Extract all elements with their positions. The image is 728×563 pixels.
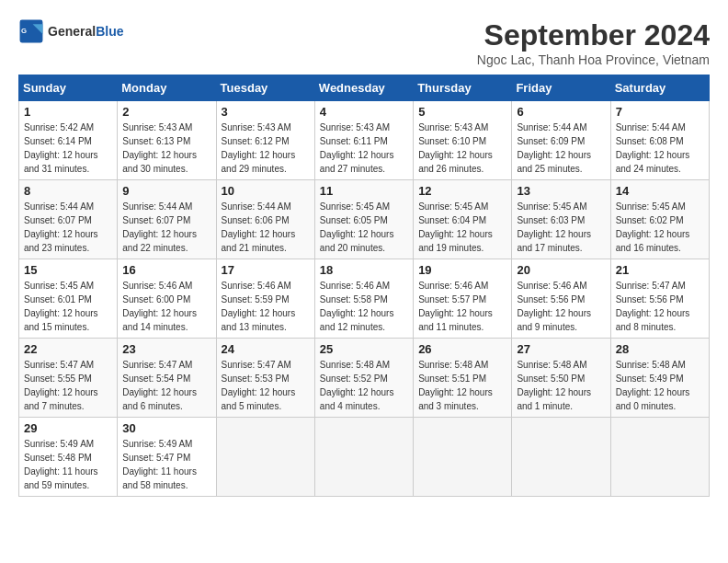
- empty-cell: [512, 418, 610, 497]
- day-cell-14: 14Sunrise: 5:45 AMSunset: 6:02 PMDayligh…: [610, 180, 709, 259]
- day-cell-22: 22Sunrise: 5:47 AMSunset: 5:55 PMDayligh…: [19, 339, 118, 418]
- day-number: 22: [24, 342, 112, 356]
- day-info: Sunrise: 5:44 AMSunset: 6:09 PMDaylight:…: [517, 121, 605, 176]
- weekday-header-thursday: Thursday: [414, 75, 512, 101]
- day-info: Sunrise: 5:44 AMSunset: 6:06 PMDaylight:…: [222, 200, 310, 255]
- day-info: Sunrise: 5:46 AMSunset: 6:00 PMDaylight:…: [122, 279, 210, 334]
- day-info: Sunrise: 5:47 AMSunset: 5:54 PMDaylight:…: [122, 358, 210, 413]
- day-number: 1: [24, 105, 112, 119]
- day-cell-25: 25Sunrise: 5:48 AMSunset: 5:52 PMDayligh…: [314, 339, 413, 418]
- empty-cell: [216, 418, 314, 497]
- day-number: 6: [517, 105, 605, 119]
- weekday-header-sunday: Sunday: [19, 75, 118, 101]
- day-cell-19: 19Sunrise: 5:46 AMSunset: 5:57 PMDayligh…: [414, 259, 512, 339]
- day-info: Sunrise: 5:45 AMSunset: 6:02 PMDaylight:…: [616, 200, 704, 255]
- day-number: 3: [222, 105, 310, 119]
- day-number: 29: [24, 421, 112, 435]
- day-number: 14: [616, 184, 704, 198]
- day-cell-26: 26Sunrise: 5:48 AMSunset: 5:51 PMDayligh…: [414, 339, 512, 418]
- day-cell-11: 11Sunrise: 5:45 AMSunset: 6:05 PMDayligh…: [314, 180, 413, 259]
- day-info: Sunrise: 5:42 AMSunset: 6:14 PMDaylight:…: [24, 121, 112, 176]
- day-number: 19: [418, 263, 506, 277]
- week-row-2: 1Sunrise: 5:42 AMSunset: 6:14 PMDaylight…: [19, 101, 710, 180]
- day-number: 13: [517, 184, 605, 198]
- weekday-header-row: SundayMondayTuesdayWednesdayThursdayFrid…: [19, 75, 710, 101]
- day-info: Sunrise: 5:43 AMSunset: 6:11 PMDaylight:…: [320, 121, 408, 176]
- weekday-header-wednesday: Wednesday: [314, 75, 413, 101]
- day-cell-18: 18Sunrise: 5:46 AMSunset: 5:58 PMDayligh…: [314, 259, 413, 339]
- weekday-header-friday: Friday: [512, 75, 610, 101]
- empty-cell: [414, 418, 512, 497]
- day-info: Sunrise: 5:43 AMSunset: 6:13 PMDaylight:…: [122, 121, 210, 176]
- day-number: 18: [320, 263, 408, 277]
- day-number: 7: [616, 105, 704, 119]
- day-cell-24: 24Sunrise: 5:47 AMSunset: 5:53 PMDayligh…: [216, 339, 314, 418]
- week-row-4: 15Sunrise: 5:45 AMSunset: 6:01 PMDayligh…: [19, 259, 710, 339]
- day-info: Sunrise: 5:49 AMSunset: 5:48 PMDaylight:…: [24, 437, 112, 492]
- day-info: Sunrise: 5:44 AMSunset: 6:08 PMDaylight:…: [616, 121, 704, 176]
- day-number: 17: [222, 263, 310, 277]
- day-cell-9: 9Sunrise: 5:44 AMSunset: 6:07 PMDaylight…: [118, 180, 216, 259]
- day-info: Sunrise: 5:43 AMSunset: 6:10 PMDaylight:…: [418, 121, 506, 176]
- day-info: Sunrise: 5:46 AMSunset: 5:56 PMDaylight:…: [517, 279, 605, 334]
- logo-general: GeneralBlue: [48, 23, 123, 40]
- day-number: 16: [122, 263, 210, 277]
- empty-cell: [314, 418, 413, 497]
- day-info: Sunrise: 5:48 AMSunset: 5:49 PMDaylight:…: [616, 358, 704, 413]
- day-number: 9: [122, 184, 210, 198]
- week-row-3: 8Sunrise: 5:44 AMSunset: 6:07 PMDaylight…: [19, 180, 710, 259]
- day-cell-10: 10Sunrise: 5:44 AMSunset: 6:06 PMDayligh…: [216, 180, 314, 259]
- day-cell-30: 30Sunrise: 5:49 AMSunset: 5:47 PMDayligh…: [118, 418, 216, 497]
- day-number: 30: [122, 421, 210, 435]
- day-cell-2: 2Sunrise: 5:43 AMSunset: 6:13 PMDaylight…: [118, 101, 216, 180]
- day-number: 25: [320, 342, 408, 356]
- day-number: 10: [222, 184, 310, 198]
- day-info: Sunrise: 5:45 AMSunset: 6:04 PMDaylight:…: [418, 200, 506, 255]
- day-info: Sunrise: 5:46 AMSunset: 5:57 PMDaylight:…: [418, 279, 506, 334]
- day-cell-13: 13Sunrise: 5:45 AMSunset: 6:03 PMDayligh…: [512, 180, 610, 259]
- day-number: 15: [24, 263, 112, 277]
- day-number: 20: [517, 263, 605, 277]
- day-number: 23: [122, 342, 210, 356]
- day-info: Sunrise: 5:44 AMSunset: 6:07 PMDaylight:…: [122, 200, 210, 255]
- empty-cell: [610, 418, 709, 497]
- day-info: Sunrise: 5:43 AMSunset: 6:12 PMDaylight:…: [222, 121, 310, 176]
- day-number: 4: [320, 105, 408, 119]
- page-header: G GeneralBlue September 2024 Ngoc Lac, T…: [18, 18, 710, 67]
- day-number: 24: [222, 342, 310, 356]
- location-subtitle: Ngoc Lac, Thanh Hoa Province, Vietnam: [477, 52, 710, 67]
- day-info: Sunrise: 5:46 AMSunset: 5:58 PMDaylight:…: [320, 279, 408, 334]
- day-cell-8: 8Sunrise: 5:44 AMSunset: 6:07 PMDaylight…: [19, 180, 118, 259]
- week-row-5: 22Sunrise: 5:47 AMSunset: 5:55 PMDayligh…: [19, 339, 710, 418]
- day-cell-20: 20Sunrise: 5:46 AMSunset: 5:56 PMDayligh…: [512, 259, 610, 339]
- day-cell-23: 23Sunrise: 5:47 AMSunset: 5:54 PMDayligh…: [118, 339, 216, 418]
- day-number: 11: [320, 184, 408, 198]
- day-number: 28: [616, 342, 704, 356]
- day-number: 5: [418, 105, 506, 119]
- day-cell-4: 4Sunrise: 5:43 AMSunset: 6:11 PMDaylight…: [314, 101, 413, 180]
- day-cell-28: 28Sunrise: 5:48 AMSunset: 5:49 PMDayligh…: [610, 339, 709, 418]
- weekday-header-saturday: Saturday: [610, 75, 709, 101]
- day-number: 21: [616, 263, 704, 277]
- day-info: Sunrise: 5:44 AMSunset: 6:07 PMDaylight:…: [24, 200, 112, 255]
- day-info: Sunrise: 5:46 AMSunset: 5:59 PMDaylight:…: [222, 279, 310, 334]
- day-number: 26: [418, 342, 506, 356]
- month-title: September 2024: [477, 18, 710, 52]
- day-info: Sunrise: 5:45 AMSunset: 6:01 PMDaylight:…: [24, 279, 112, 334]
- title-block: September 2024 Ngoc Lac, Thanh Hoa Provi…: [477, 18, 710, 67]
- logo-icon: G: [18, 18, 44, 44]
- logo: G GeneralBlue: [18, 18, 123, 44]
- day-info: Sunrise: 5:47 AMSunset: 5:55 PMDaylight:…: [24, 358, 112, 413]
- day-number: 2: [122, 105, 210, 119]
- day-cell-16: 16Sunrise: 5:46 AMSunset: 6:00 PMDayligh…: [118, 259, 216, 339]
- weekday-header-monday: Monday: [118, 75, 216, 101]
- day-info: Sunrise: 5:47 AMSunset: 5:56 PMDaylight:…: [616, 279, 704, 334]
- weekday-header-tuesday: Tuesday: [216, 75, 314, 101]
- day-cell-29: 29Sunrise: 5:49 AMSunset: 5:48 PMDayligh…: [19, 418, 118, 497]
- day-info: Sunrise: 5:48 AMSunset: 5:52 PMDaylight:…: [320, 358, 408, 413]
- day-cell-27: 27Sunrise: 5:48 AMSunset: 5:50 PMDayligh…: [512, 339, 610, 418]
- day-cell-17: 17Sunrise: 5:46 AMSunset: 5:59 PMDayligh…: [216, 259, 314, 339]
- day-info: Sunrise: 5:45 AMSunset: 6:05 PMDaylight:…: [320, 200, 408, 255]
- day-info: Sunrise: 5:48 AMSunset: 5:51 PMDaylight:…: [418, 358, 506, 413]
- week-row-6: 29Sunrise: 5:49 AMSunset: 5:48 PMDayligh…: [19, 418, 710, 497]
